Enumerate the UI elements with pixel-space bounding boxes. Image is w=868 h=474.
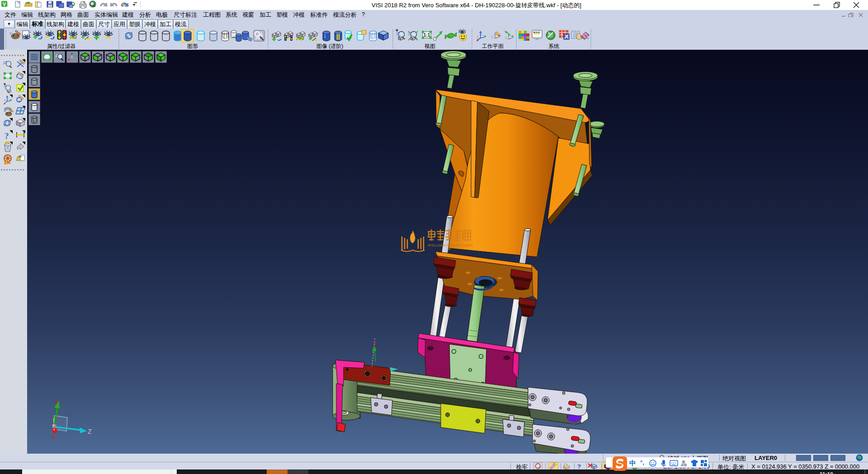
svg-text:INTELLIGENT MANUFACTURING: INTELLIGENT MANUFACTURING: [428, 244, 473, 247]
svg-text:Z: Z: [88, 427, 92, 435]
svg-text:°,: °,: [640, 459, 644, 466]
svg-text:?: ?: [5, 131, 9, 141]
svg-text:中: 中: [629, 459, 636, 467]
svg-text:X: X: [52, 434, 56, 441]
svg-text:Y: Y: [373, 341, 377, 347]
svg-text:1:1: 1:1: [424, 33, 430, 38]
svg-text:Y: Y: [55, 399, 59, 406]
svg-text:V: V: [3, 1, 6, 7]
